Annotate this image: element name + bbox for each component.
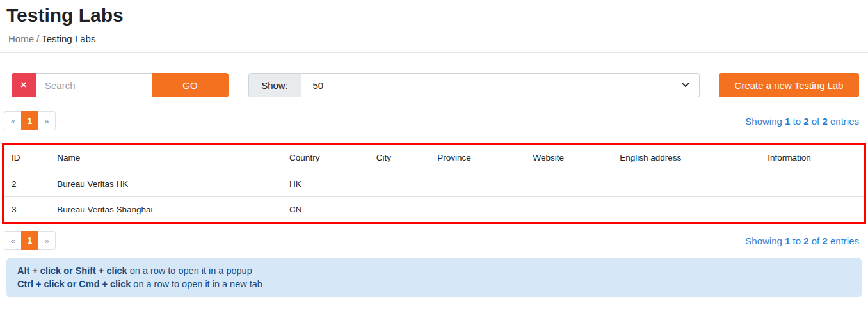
search-group: × GO: [12, 73, 229, 97]
toolbar: × GO Show: 50 Create a new Testing Lab: [12, 73, 859, 97]
list-controls-bottom: « 1 » Showing 1 to 2 of 2 entries: [4, 231, 859, 250]
breadcrumb-home-link[interactable]: Home: [8, 33, 34, 44]
help-line-popup: Alt + click or Shift + click on a row to…: [17, 264, 851, 278]
cell-id: 2: [4, 171, 49, 197]
cell-province: [430, 171, 525, 197]
breadcrumb-separator: /: [36, 33, 39, 44]
close-icon: ×: [20, 79, 26, 91]
pagination-next-button[interactable]: »: [38, 231, 56, 250]
pagination-prev-button[interactable]: «: [4, 231, 21, 250]
cell-province: [430, 197, 525, 223]
column-header-name[interactable]: Name: [49, 145, 282, 171]
pagination-prev-button[interactable]: «: [4, 111, 21, 130]
cell-country: CN: [282, 197, 369, 223]
cell-information: [760, 171, 864, 197]
entries-summary-top: Showing 1 to 2 of 2 entries: [745, 116, 859, 127]
testing-labs-table: ID Name Country City Province Website En…: [4, 145, 864, 222]
cell-english-address: [612, 197, 760, 223]
column-header-province[interactable]: Province: [430, 145, 525, 171]
help-line-newtab: Ctrl + click or Cmd + click on a row to …: [17, 278, 851, 291]
pagination-page-1-button[interactable]: 1: [21, 111, 38, 130]
page-size-select[interactable]: 50: [301, 73, 700, 97]
show-label: Show:: [248, 73, 301, 97]
cell-country: HK: [282, 171, 369, 197]
cell-name: Bureau Veritas Shanghai: [49, 197, 282, 223]
cell-name: Bureau Veritas HK: [49, 171, 282, 197]
column-header-id[interactable]: ID: [4, 145, 49, 171]
breadcrumb-current: Testing Labs: [42, 33, 95, 44]
row-click-help: Alt + click or Shift + click on a row to…: [6, 258, 862, 297]
entries-summary-bottom: Showing 1 to 2 of 2 entries: [745, 235, 859, 246]
chevron-down-icon: [681, 81, 690, 90]
cell-english-address: [612, 171, 760, 197]
cell-city: [369, 171, 430, 197]
column-header-city[interactable]: City: [369, 145, 430, 171]
go-button[interactable]: GO: [152, 73, 229, 97]
cell-website: [525, 171, 612, 197]
column-header-english-address[interactable]: English address: [612, 145, 760, 171]
table-highlight-outline: ID Name Country City Province Website En…: [2, 143, 866, 224]
create-testing-lab-button[interactable]: Create a new Testing Lab: [719, 73, 859, 97]
breadcrumb: Home/Testing Labs: [8, 33, 868, 44]
table-row[interactable]: 2 Bureau Veritas HK HK: [4, 171, 864, 197]
column-header-website[interactable]: Website: [525, 145, 612, 171]
clear-search-button[interactable]: ×: [12, 73, 36, 97]
page-size-group: Show: 50: [248, 73, 700, 97]
cell-city: [369, 197, 430, 223]
page-title: Testing Labs: [6, 4, 868, 27]
header-divider: [0, 52, 868, 53]
cell-website: [525, 197, 612, 223]
column-header-country[interactable]: Country: [282, 145, 369, 171]
page-size-selected-value: 50: [313, 80, 324, 91]
cell-information: [760, 197, 864, 223]
pagination-page-1-button[interactable]: 1: [21, 231, 38, 250]
search-input[interactable]: [36, 73, 152, 97]
table-row[interactable]: 3 Bureau Veritas Shanghai CN: [4, 197, 864, 223]
pagination-bottom: « 1 »: [4, 231, 56, 250]
pagination-next-button[interactable]: »: [38, 111, 56, 130]
pagination-top: « 1 »: [4, 111, 56, 130]
table-header-row: ID Name Country City Province Website En…: [4, 145, 864, 171]
list-controls-top: « 1 » Showing 1 to 2 of 2 entries: [4, 111, 859, 130]
column-header-information[interactable]: Information: [760, 145, 864, 171]
cell-id: 3: [4, 197, 49, 223]
